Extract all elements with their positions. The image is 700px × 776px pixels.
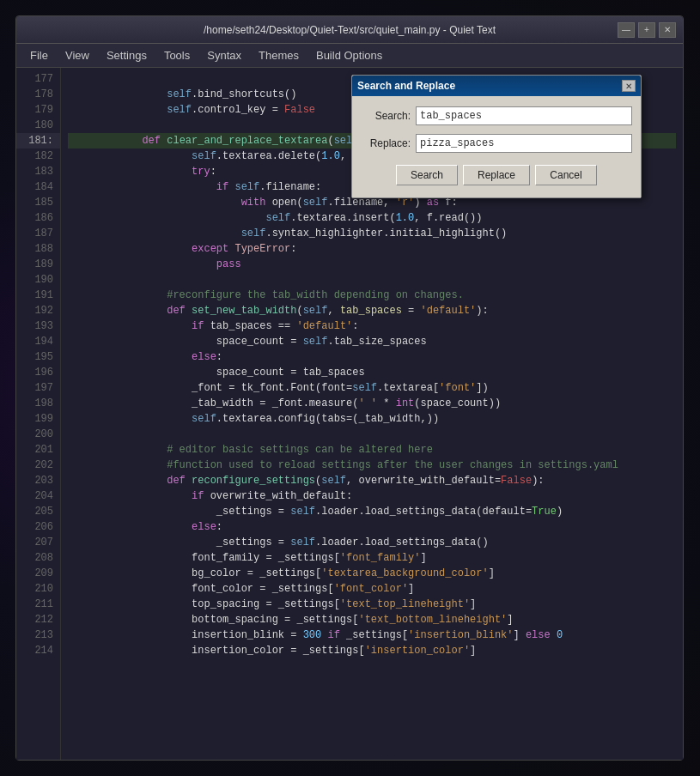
search-input[interactable] [416,106,632,125]
menu-file[interactable]: File [23,47,55,64]
close-button[interactable]: ✕ [659,22,676,38]
line-num-194: 194 [16,334,60,349]
line-num-195: 195 [16,349,60,365]
cancel-button[interactable]: Cancel [535,165,597,185]
search-row: Search: [361,106,632,125]
line-num-200: 200 [16,427,60,442]
menu-tools[interactable]: Tools [157,47,197,64]
menu-view[interactable]: View [58,47,96,64]
line-num-179: 179 [16,102,60,118]
line-num-203: 203 [16,473,60,488]
line-num-190: 190 [16,272,60,288]
window-controls: — + ✕ [618,22,676,38]
line-num-197: 197 [16,380,60,396]
line-num-192: 192 [16,303,60,318]
line-num-199: 199 [16,411,60,427]
line-num-191: 191 [16,288,60,303]
line-num-177: 177 [16,71,60,87]
line-num-183: 183 [16,164,60,179]
line-num-189: 189 [16,257,60,272]
line-num-213: 213 [16,627,60,643]
menu-syntax[interactable]: Syntax [200,47,248,64]
maximize-button[interactable]: + [638,22,655,38]
line-num-204: 204 [16,488,60,504]
line-num-186: 186 [16,210,60,226]
code-line-190: #reconfigure the tab_width depending on … [68,272,676,288]
line-num-212: 212 [16,612,60,627]
menu-themes[interactable]: Themes [252,47,306,64]
line-num-188: 188 [16,241,60,257]
line-num-178: 178 [16,87,60,102]
line-num-182: 182 [16,149,60,164]
minimize-button[interactable]: — [618,22,635,38]
line-numbers: 177 178 179 180 181: 182 183 184 185 186… [16,68,61,760]
dialog-close-button[interactable]: ✕ [622,80,636,92]
line-num-198: 198 [16,396,60,411]
code-line-200: # editor basic settings can be altered h… [68,427,676,442]
replace-input[interactable] [416,134,632,153]
line-num-184: 184 [16,179,60,195]
line-num-196: 196 [16,365,60,380]
replace-button[interactable]: Replace [463,165,530,185]
line-num-185: 185 [16,195,60,210]
dialog-buttons: Search Replace Cancel [361,161,632,187]
line-num-180: 180 [16,118,60,133]
dialog-titlebar: Search and Replace ✕ [352,76,641,96]
line-num-193: 193 [16,318,60,334]
line-num-208: 208 [16,550,60,566]
window-title: /home/seth24/Desktop/Quiet-Text/src/quie… [204,24,496,36]
line-num-211: 211 [16,597,60,612]
line-num-206: 206 [16,519,60,535]
menubar: File View Settings Tools Syntax Themes B… [16,44,683,68]
dialog-body: Search: Replace: Search Replace Cancel [352,96,641,197]
search-button[interactable]: Search [396,165,458,185]
line-num-205: 205 [16,504,60,519]
search-replace-dialog: Search and Replace ✕ Search: Replace: Se… [351,75,642,198]
line-num-202: 202 [16,458,60,473]
line-num-209: 209 [16,566,60,581]
menu-build-options[interactable]: Build Options [309,47,389,64]
line-num-210: 210 [16,581,60,597]
search-label: Search: [361,110,411,122]
replace-label: Replace: [361,137,411,149]
line-num-187: 187 [16,226,60,241]
line-num-201: 201 [16,442,60,458]
dialog-title: Search and Replace [357,80,455,92]
line-num-214: 214 [16,643,60,658]
line-num-181: 181: [16,133,60,149]
line-num-207: 207 [16,535,60,550]
main-window: /home/seth24/Desktop/Quiet-Text/src/quie… [15,15,684,761]
menu-settings[interactable]: Settings [100,47,154,64]
titlebar: /home/seth24/Desktop/Quiet-Text/src/quie… [16,16,683,44]
replace-row: Replace: [361,134,632,153]
